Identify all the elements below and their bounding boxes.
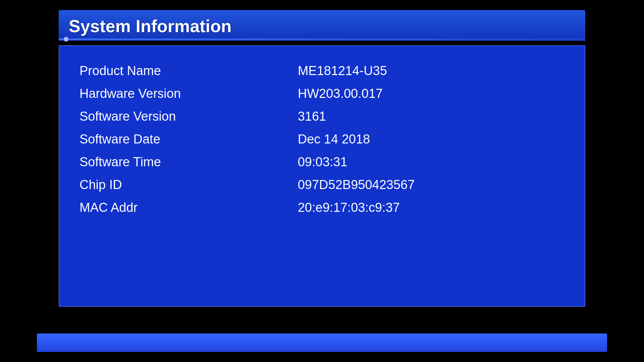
info-value: ME181214-U35 xyxy=(298,59,565,82)
header-dot xyxy=(64,37,68,42)
bottom-bar xyxy=(37,334,607,352)
content-panel: Product NameME181214-U35Hardware Version… xyxy=(59,45,585,307)
header-line xyxy=(59,39,585,40)
info-value: 097D52B950423567 xyxy=(298,173,565,196)
info-table: Product NameME181214-U35Hardware Version… xyxy=(79,59,565,219)
table-row: Software DateDec 14 2018 xyxy=(79,128,565,150)
header-bar: System Information xyxy=(59,10,585,41)
table-row: Software Version3161 xyxy=(79,105,565,128)
info-value: 20:e9:17:03:c9:37 xyxy=(298,196,565,219)
table-row: Hardware VersionHW203.00.017 xyxy=(79,82,565,105)
info-value: 09:03:31 xyxy=(298,150,565,173)
table-row: Chip ID097D52B950423567 xyxy=(79,173,565,196)
table-row: Software Time09:03:31 xyxy=(79,150,565,173)
info-label: Software Version xyxy=(79,105,298,128)
page-title: System Information xyxy=(69,16,231,36)
info-value: Dec 14 2018 xyxy=(298,128,565,150)
info-value: 3161 xyxy=(298,105,565,128)
info-label: Hardware Version xyxy=(79,82,298,105)
table-row: MAC Addr20:e9:17:03:c9:37 xyxy=(79,196,565,219)
info-value: HW203.00.017 xyxy=(298,82,565,105)
table-row: Product NameME181214-U35 xyxy=(79,59,565,82)
info-label: Product Name xyxy=(79,59,298,82)
info-label: Chip ID xyxy=(79,173,298,196)
info-label: MAC Addr xyxy=(79,196,298,219)
info-label: Software Date xyxy=(79,128,298,150)
info-label: Software Time xyxy=(79,150,298,173)
